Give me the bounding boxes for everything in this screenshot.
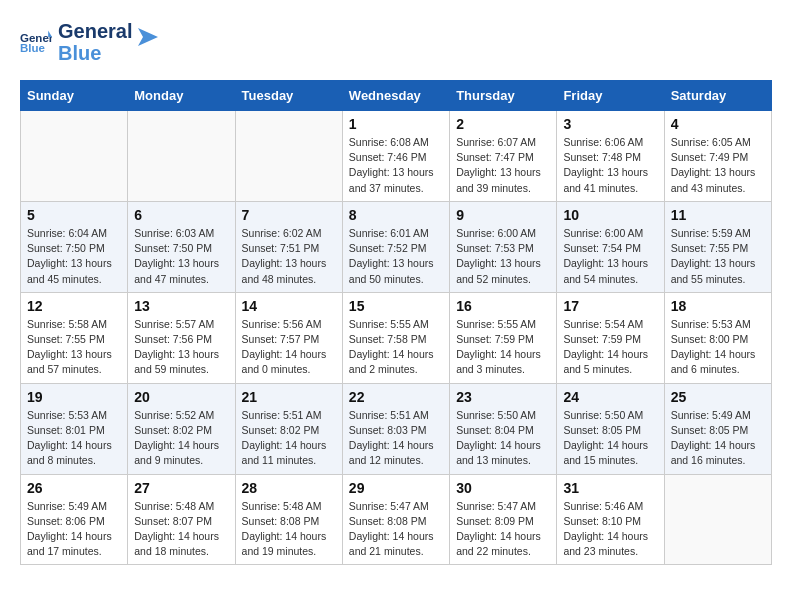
calendar-day-cell: 11Sunrise: 5:59 AMSunset: 7:55 PMDayligh… (664, 201, 771, 292)
day-info: Sunrise: 6:02 AMSunset: 7:51 PMDaylight:… (242, 226, 336, 287)
weekday-header-tuesday: Tuesday (235, 81, 342, 111)
day-number: 27 (134, 480, 228, 496)
calendar-day-cell (235, 111, 342, 202)
calendar-week-row: 26Sunrise: 5:49 AMSunset: 8:06 PMDayligh… (21, 474, 772, 565)
day-number: 8 (349, 207, 443, 223)
day-info: Sunrise: 5:50 AMSunset: 8:04 PMDaylight:… (456, 408, 550, 469)
calendar-day-cell: 1Sunrise: 6:08 AMSunset: 7:46 PMDaylight… (342, 111, 449, 202)
day-number: 26 (27, 480, 121, 496)
calendar-day-cell: 15Sunrise: 5:55 AMSunset: 7:58 PMDayligh… (342, 292, 449, 383)
calendar-day-cell: 31Sunrise: 5:46 AMSunset: 8:10 PMDayligh… (557, 474, 664, 565)
day-info: Sunrise: 5:47 AMSunset: 8:08 PMDaylight:… (349, 499, 443, 560)
calendar-day-cell: 10Sunrise: 6:00 AMSunset: 7:54 PMDayligh… (557, 201, 664, 292)
calendar-day-cell: 3Sunrise: 6:06 AMSunset: 7:48 PMDaylight… (557, 111, 664, 202)
day-number: 31 (563, 480, 657, 496)
calendar-day-cell: 22Sunrise: 5:51 AMSunset: 8:03 PMDayligh… (342, 383, 449, 474)
logo-general: General (58, 20, 132, 42)
calendar-day-cell: 29Sunrise: 5:47 AMSunset: 8:08 PMDayligh… (342, 474, 449, 565)
day-number: 10 (563, 207, 657, 223)
calendar-week-row: 12Sunrise: 5:58 AMSunset: 7:55 PMDayligh… (21, 292, 772, 383)
day-number: 5 (27, 207, 121, 223)
day-number: 14 (242, 298, 336, 314)
day-info: Sunrise: 5:53 AMSunset: 8:00 PMDaylight:… (671, 317, 765, 378)
day-number: 22 (349, 389, 443, 405)
calendar-day-cell: 2Sunrise: 6:07 AMSunset: 7:47 PMDaylight… (450, 111, 557, 202)
svg-marker-3 (138, 28, 158, 46)
day-info: Sunrise: 5:51 AMSunset: 8:02 PMDaylight:… (242, 408, 336, 469)
day-number: 3 (563, 116, 657, 132)
calendar-day-cell: 6Sunrise: 6:03 AMSunset: 7:50 PMDaylight… (128, 201, 235, 292)
day-number: 15 (349, 298, 443, 314)
calendar-week-row: 19Sunrise: 5:53 AMSunset: 8:01 PMDayligh… (21, 383, 772, 474)
logo-arrow-icon (138, 28, 158, 46)
calendar-day-cell: 26Sunrise: 5:49 AMSunset: 8:06 PMDayligh… (21, 474, 128, 565)
day-info: Sunrise: 5:48 AMSunset: 8:07 PMDaylight:… (134, 499, 228, 560)
calendar-day-cell: 21Sunrise: 5:51 AMSunset: 8:02 PMDayligh… (235, 383, 342, 474)
day-number: 30 (456, 480, 550, 496)
day-number: 29 (349, 480, 443, 496)
logo-icon: General Blue (20, 28, 52, 56)
calendar-day-cell: 12Sunrise: 5:58 AMSunset: 7:55 PMDayligh… (21, 292, 128, 383)
calendar-day-cell: 5Sunrise: 6:04 AMSunset: 7:50 PMDaylight… (21, 201, 128, 292)
day-number: 17 (563, 298, 657, 314)
calendar-week-row: 5Sunrise: 6:04 AMSunset: 7:50 PMDaylight… (21, 201, 772, 292)
calendar-day-cell: 24Sunrise: 5:50 AMSunset: 8:05 PMDayligh… (557, 383, 664, 474)
calendar-day-cell: 28Sunrise: 5:48 AMSunset: 8:08 PMDayligh… (235, 474, 342, 565)
calendar-day-cell: 19Sunrise: 5:53 AMSunset: 8:01 PMDayligh… (21, 383, 128, 474)
day-info: Sunrise: 6:08 AMSunset: 7:46 PMDaylight:… (349, 135, 443, 196)
calendar-day-cell: 25Sunrise: 5:49 AMSunset: 8:05 PMDayligh… (664, 383, 771, 474)
calendar-day-cell: 14Sunrise: 5:56 AMSunset: 7:57 PMDayligh… (235, 292, 342, 383)
weekday-header-sunday: Sunday (21, 81, 128, 111)
calendar-day-cell (128, 111, 235, 202)
day-info: Sunrise: 5:54 AMSunset: 7:59 PMDaylight:… (563, 317, 657, 378)
day-info: Sunrise: 6:06 AMSunset: 7:48 PMDaylight:… (563, 135, 657, 196)
day-number: 4 (671, 116, 765, 132)
day-info: Sunrise: 5:47 AMSunset: 8:09 PMDaylight:… (456, 499, 550, 560)
day-number: 19 (27, 389, 121, 405)
day-info: Sunrise: 5:46 AMSunset: 8:10 PMDaylight:… (563, 499, 657, 560)
calendar-day-cell: 7Sunrise: 6:02 AMSunset: 7:51 PMDaylight… (235, 201, 342, 292)
day-number: 6 (134, 207, 228, 223)
calendar-day-cell: 13Sunrise: 5:57 AMSunset: 7:56 PMDayligh… (128, 292, 235, 383)
day-number: 16 (456, 298, 550, 314)
day-number: 9 (456, 207, 550, 223)
day-info: Sunrise: 5:51 AMSunset: 8:03 PMDaylight:… (349, 408, 443, 469)
day-number: 23 (456, 389, 550, 405)
logo-blue: Blue (58, 42, 132, 64)
calendar-day-cell: 20Sunrise: 5:52 AMSunset: 8:02 PMDayligh… (128, 383, 235, 474)
day-number: 18 (671, 298, 765, 314)
calendar-day-cell: 17Sunrise: 5:54 AMSunset: 7:59 PMDayligh… (557, 292, 664, 383)
day-info: Sunrise: 6:01 AMSunset: 7:52 PMDaylight:… (349, 226, 443, 287)
day-info: Sunrise: 6:07 AMSunset: 7:47 PMDaylight:… (456, 135, 550, 196)
calendar-day-cell (21, 111, 128, 202)
calendar-day-cell: 18Sunrise: 5:53 AMSunset: 8:00 PMDayligh… (664, 292, 771, 383)
day-number: 1 (349, 116, 443, 132)
day-info: Sunrise: 5:57 AMSunset: 7:56 PMDaylight:… (134, 317, 228, 378)
day-info: Sunrise: 5:49 AMSunset: 8:05 PMDaylight:… (671, 408, 765, 469)
weekday-header-monday: Monday (128, 81, 235, 111)
page-header: General Blue General Blue (20, 20, 772, 64)
calendar-day-cell: 9Sunrise: 6:00 AMSunset: 7:53 PMDaylight… (450, 201, 557, 292)
day-info: Sunrise: 5:53 AMSunset: 8:01 PMDaylight:… (27, 408, 121, 469)
day-info: Sunrise: 6:00 AMSunset: 7:54 PMDaylight:… (563, 226, 657, 287)
day-number: 7 (242, 207, 336, 223)
calendar-day-cell: 23Sunrise: 5:50 AMSunset: 8:04 PMDayligh… (450, 383, 557, 474)
calendar-day-cell: 30Sunrise: 5:47 AMSunset: 8:09 PMDayligh… (450, 474, 557, 565)
calendar-day-cell: 8Sunrise: 6:01 AMSunset: 7:52 PMDaylight… (342, 201, 449, 292)
weekday-header-thursday: Thursday (450, 81, 557, 111)
day-info: Sunrise: 5:55 AMSunset: 7:59 PMDaylight:… (456, 317, 550, 378)
calendar-table: SundayMondayTuesdayWednesdayThursdayFrid… (20, 80, 772, 565)
day-info: Sunrise: 5:58 AMSunset: 7:55 PMDaylight:… (27, 317, 121, 378)
day-info: Sunrise: 6:03 AMSunset: 7:50 PMDaylight:… (134, 226, 228, 287)
day-number: 13 (134, 298, 228, 314)
weekday-header-wednesday: Wednesday (342, 81, 449, 111)
day-number: 12 (27, 298, 121, 314)
day-number: 28 (242, 480, 336, 496)
day-number: 2 (456, 116, 550, 132)
day-number: 24 (563, 389, 657, 405)
day-number: 20 (134, 389, 228, 405)
weekday-header-friday: Friday (557, 81, 664, 111)
calendar-day-cell: 16Sunrise: 5:55 AMSunset: 7:59 PMDayligh… (450, 292, 557, 383)
svg-text:Blue: Blue (20, 42, 46, 54)
day-number: 21 (242, 389, 336, 405)
